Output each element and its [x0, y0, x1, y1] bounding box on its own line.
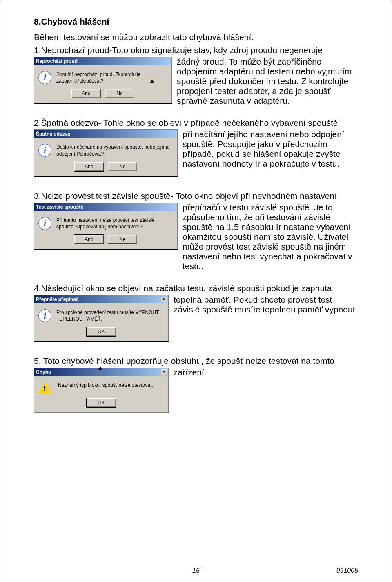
- dialog-window: Přepněte přepínač × Pro správné proveden…: [34, 295, 169, 341]
- page-number: - 15 -: [0, 567, 392, 574]
- item-description: při načítání jejího nastavení nebo odpoj…: [183, 129, 358, 169]
- error-item-4: 4.Následující okno se objeví na začátku …: [34, 283, 358, 344]
- error-item-2: 2.Špatná odezva- Tohle okno se objeví v …: [34, 118, 358, 178]
- dialog-5: Chyba × Neznámý typ bloku, spoušť nelze …: [34, 368, 169, 413]
- dialog-buttons: OK: [34, 327, 168, 341]
- ok-button[interactable]: OK: [87, 327, 116, 336]
- dialog-title: Test závislé spouště: [36, 204, 83, 210]
- dialog-window: Chyba × Neznámý typ bloku, spoušť nelze …: [34, 368, 169, 413]
- dialog-4: Přepněte přepínač × Pro správné proveden…: [34, 295, 169, 341]
- dialog-title: Chyba: [36, 369, 51, 375]
- item-lead: 1.Neprochází proud-Toto okno signalizuje…: [34, 45, 358, 55]
- dialog-message: Při tomto nastavení nelze provést test z…: [56, 217, 173, 230]
- dialog-titlebar: Přepněte přepínač ×: [34, 295, 168, 303]
- dialog-buttons: Ano Ne: [34, 235, 177, 249]
- dialog-titlebar: Neprochází proud: [34, 57, 172, 65]
- yes-button[interactable]: Ano: [74, 235, 104, 244]
- item-description: zařízení.: [174, 368, 358, 377]
- item-description: přepínačů v testu závislé spouště. Je to…: [183, 203, 358, 271]
- error-item-1: 1.Neprochází proud-Toto okno signalizuje…: [34, 45, 358, 106]
- dialog-title: Neprochází proud: [36, 58, 78, 64]
- dialog-window: Test závislé spouště Při tomto nastavení…: [34, 203, 178, 249]
- close-icon[interactable]: ×: [161, 297, 167, 302]
- info-icon: [38, 309, 51, 322]
- dialog-buttons: Ano Ne: [34, 162, 177, 176]
- dialog-2: Špatná odezva Došlo k nečekanému vybaven…: [34, 129, 178, 176]
- item-lead: 5. Toto chybové hlášení upozorňuje obslu…: [34, 356, 358, 366]
- dialog-1: Neprochází proud Spouští neprochází prou…: [34, 57, 172, 103]
- yes-button[interactable]: Ano: [74, 162, 104, 171]
- dialog-message: Došlo k nečekanému vybavení spouště, neb…: [56, 144, 173, 157]
- yes-button[interactable]: Ano: [71, 89, 101, 98]
- no-button[interactable]: Ne: [105, 89, 134, 98]
- dialog-titlebar: Test závislé spouště: [34, 203, 177, 211]
- dialog-buttons: OK: [34, 398, 168, 412]
- dialog-3: Test závislé spouště Při tomto nastavení…: [34, 203, 178, 249]
- dialog-window: Neprochází proud Spouští neprochází prou…: [34, 57, 172, 103]
- info-icon: [38, 217, 51, 230]
- page-footer: - 15 - 991005: [0, 567, 392, 574]
- no-button[interactable]: Ne: [108, 162, 137, 171]
- ok-button[interactable]: OK: [87, 398, 116, 407]
- dialog-window: Špatná odezva Došlo k nečekanému vybaven…: [34, 129, 178, 176]
- error-item-3: 3.Nelze provést test závislé spouště- To…: [34, 191, 358, 271]
- dialog-buttons: Ano Ne: [34, 89, 172, 103]
- dialog-title: Přepněte přepínač: [36, 297, 79, 302]
- item-description: žádný proud. To může být zapříčiněno odp…: [177, 57, 358, 106]
- no-button[interactable]: Ne: [108, 235, 137, 244]
- dialog-titlebar: Špatná odezva: [34, 130, 177, 138]
- item-lead: 2.Špatná odezva- Tohle okno se objeví v …: [34, 118, 358, 128]
- section-title: 8.Chybová hlášení: [34, 17, 358, 27]
- dialog-message: Pro správné provedení testu musíte VYPNO…: [56, 309, 164, 322]
- document-page: 8.Chybová hlášení Během testování se můž…: [0, 0, 392, 582]
- info-icon: [38, 144, 51, 157]
- warning-icon: [38, 382, 51, 393]
- item-lead: 4.Následující okno se objeví na začátku …: [34, 283, 358, 293]
- item-lead: 3.Nelze provést test závislé spouště- To…: [34, 191, 358, 201]
- info-icon: [38, 71, 51, 84]
- dialog-title: Špatná odezva: [36, 131, 70, 137]
- intro-text: Během testování se můžou zobrazit tato c…: [34, 32, 358, 42]
- dialog-message: Neznámý typ bloku, spoušť nelze otestova…: [58, 382, 164, 388]
- item-description: tepelná paměť. Pokud chcete provést test…: [174, 295, 358, 314]
- error-item-5: 5. Toto chybové hlášení upozorňuje obslu…: [34, 356, 358, 415]
- close-icon[interactable]: ×: [161, 369, 167, 375]
